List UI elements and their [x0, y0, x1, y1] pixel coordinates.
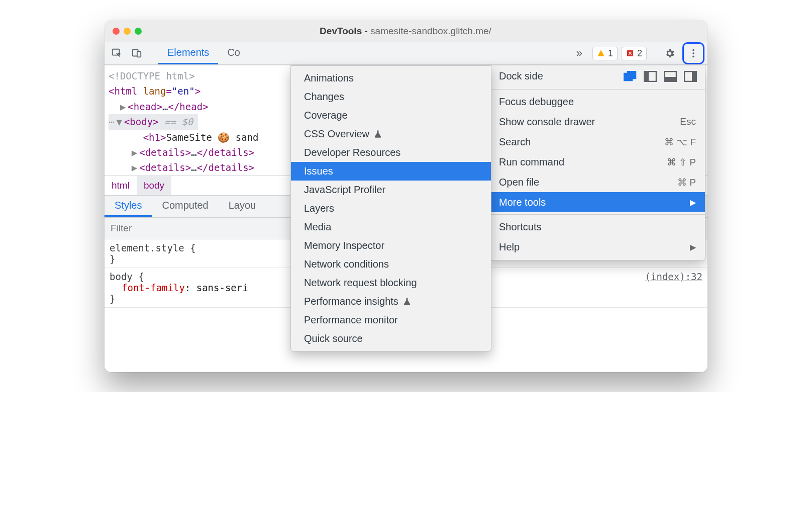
settings-icon[interactable] [661, 45, 678, 62]
dock-undock-icon[interactable] [624, 71, 637, 82]
flask-icon [373, 130, 382, 139]
submenu-developer-resources[interactable]: Developer Resources [291, 143, 491, 162]
more-options-highlight [682, 42, 704, 64]
device-toggle-icon[interactable] [128, 44, 146, 62]
menu-open-file[interactable]: Open file⌘ P [490, 172, 705, 192]
crumb-html[interactable]: html [105, 176, 137, 195]
tabs-overflow-icon[interactable]: » [570, 44, 588, 62]
submenu-network-conditions[interactable]: Network conditions [291, 255, 491, 274]
submenu-javascript-profiler[interactable]: JavaScript Profiler [291, 181, 491, 199]
dom-doctype: <!DOCTYPE html> [109, 70, 195, 81]
devtools-window: DevTools - samesite-sandbox.glitch.me/ E… [105, 20, 707, 372]
menu-help[interactable]: Help▶ [490, 237, 705, 257]
close-window-button[interactable] [113, 28, 120, 35]
panel-body: <!DOCTYPE html> <html lang="en"> ▶<head>… [105, 65, 707, 372]
main-toolbar: Elements Co » 1 2 [105, 42, 707, 65]
subtab-computed[interactable]: Computed [152, 196, 218, 217]
toolbar-separator [151, 46, 151, 60]
menu-focus-debuggee[interactable]: Focus debuggee [490, 92, 705, 112]
dock-right-icon[interactable] [684, 71, 697, 82]
flask-icon [402, 297, 412, 306]
tab-console-truncated[interactable]: Co [218, 42, 249, 64]
menu-search[interactable]: Search⌘ ⌥ F [490, 132, 705, 152]
submenu-network-request-blocking[interactable]: Network request blocking [291, 274, 491, 292]
submenu-issues[interactable]: Issues [291, 162, 491, 181]
css-source-link[interactable]: (index):32 [645, 271, 702, 282]
more-options-icon[interactable] [685, 45, 702, 62]
panel-tabs: Elements Co [158, 42, 249, 64]
submenu-changes[interactable]: Changes [291, 88, 491, 106]
more-tools-submenu: AnimationsChangesCoverageCSS OverviewDev… [290, 65, 491, 352]
errors-count: 2 [637, 48, 642, 59]
title-url: samesite-sandbox.glitch.me/ [370, 26, 491, 36]
svg-rect-12 [664, 77, 676, 81]
menu-show-console-drawer[interactable]: Show console drawerEsc [490, 112, 705, 132]
svg-rect-14 [692, 71, 696, 81]
svg-rect-8 [628, 71, 636, 78]
svg-rect-0 [113, 49, 120, 55]
errors-badge[interactable]: 2 [622, 47, 647, 60]
window-title: DevTools - samesite-sandbox.glitch.me/ [142, 26, 669, 37]
dock-side-row: Dock side [490, 65, 705, 87]
submenu-quick-source[interactable]: Quick source [291, 329, 491, 348]
traffic-lights [113, 28, 142, 35]
dock-left-icon[interactable] [644, 71, 657, 82]
css-prop-font-family[interactable]: font-family [110, 282, 185, 293]
title-app: DevTools [320, 26, 362, 36]
submenu-memory-inspector[interactable]: Memory Inspector [291, 236, 491, 255]
svg-point-4 [692, 49, 694, 51]
submenu-css-overview[interactable]: CSS Overview [291, 125, 491, 143]
minimize-window-button[interactable] [124, 28, 131, 35]
tab-elements[interactable]: Elements [158, 42, 218, 64]
svg-point-5 [692, 52, 694, 54]
submenu-animations[interactable]: Animations [291, 69, 491, 88]
crumb-body[interactable]: body [137, 176, 171, 195]
titlebar: DevTools - samesite-sandbox.glitch.me/ [105, 20, 707, 42]
menu-run-command[interactable]: Run command⌘ ⇧ P [490, 152, 705, 172]
subtab-styles[interactable]: Styles [105, 196, 152, 217]
dock-bottom-icon[interactable] [664, 71, 677, 82]
svg-rect-2 [137, 51, 141, 57]
svg-point-6 [692, 56, 694, 58]
menu-shortcuts[interactable]: Shortcuts [490, 217, 705, 237]
dock-side-label: Dock side [499, 70, 543, 82]
submenu-performance-monitor[interactable]: Performance monitor [291, 311, 491, 329]
submenu-performance-insights[interactable]: Performance insights [291, 292, 491, 311]
warnings-count: 1 [608, 48, 613, 59]
svg-rect-10 [644, 71, 649, 81]
main-menu: Dock side Focus debuggee Show console dr… [489, 65, 705, 260]
inspect-element-icon[interactable] [108, 44, 126, 62]
menu-more-tools[interactable]: More tools▶ [490, 192, 705, 212]
warnings-badge[interactable]: 1 [592, 47, 618, 60]
submenu-layers[interactable]: Layers [291, 199, 491, 218]
submenu-media[interactable]: Media [291, 218, 491, 236]
subtab-layout-truncated[interactable]: Layou [219, 196, 266, 217]
submenu-coverage[interactable]: Coverage [291, 106, 491, 125]
zoom-window-button[interactable] [135, 28, 142, 35]
toolbar-separator [654, 46, 654, 60]
